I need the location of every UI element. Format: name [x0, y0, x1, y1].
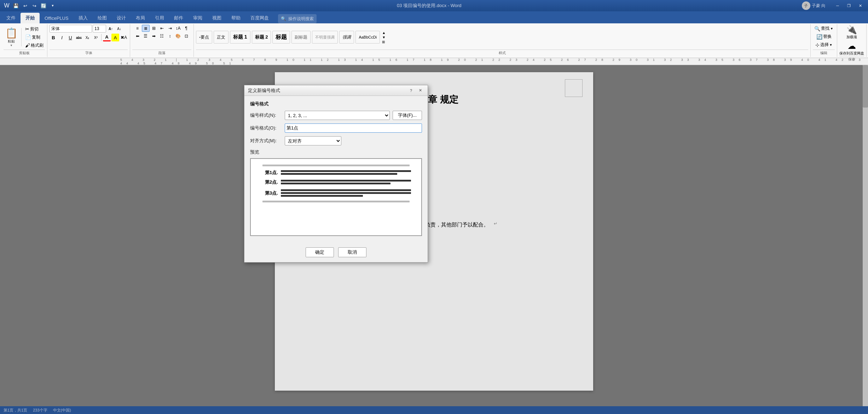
window-title: 03 项目编号的使用.docx - Word: [57, 2, 802, 9]
border-btn[interactable]: ⊡: [183, 33, 190, 40]
tab-design[interactable]: 设计: [112, 13, 131, 23]
alignment-select[interactable]: 左对齐: [285, 136, 341, 145]
more-quick-btn[interactable]: ▼: [49, 2, 57, 10]
paragraph-label: 段落: [132, 50, 191, 56]
redo-btn[interactable]: ↪: [30, 2, 38, 10]
underline-btn[interactable]: U: [66, 34, 74, 41]
italic-btn[interactable]: I: [58, 34, 66, 41]
user-avatar[interactable]: 子: [802, 1, 810, 10]
font-name-input[interactable]: [50, 25, 92, 33]
alignment-row: 对齐方式(M): 左对齐: [250, 136, 422, 145]
close-btn[interactable]: ✕: [855, 2, 865, 10]
subscript-btn[interactable]: X₂: [83, 34, 91, 41]
addons-content: 🔌 加载项 ☁ 保存到百度网盘: [839, 25, 864, 56]
numbering-btn[interactable]: ≣: [142, 25, 150, 32]
styles-scroll[interactable]: ▲ ▼ ⊞: [381, 30, 386, 45]
paste-btn[interactable]: 📋 粘贴 ▼: [4, 28, 19, 46]
cut-btn[interactable]: ✂ 剪切: [24, 25, 45, 33]
style-biaoti[interactable]: 标题: [272, 31, 290, 44]
style-fubiaoTi[interactable]: 副标题: [291, 31, 311, 44]
dialog-help-btn[interactable]: ?: [407, 87, 415, 94]
ok-btn[interactable]: 确定: [306, 247, 334, 257]
style-bumingque[interactable]: 不明显强调: [312, 31, 338, 44]
tab-references[interactable]: 引用: [150, 13, 169, 23]
ruler-marks: 5 4 3 2 1 | 1 2 3 4 5 6 7 8 9 10 11 12 1…: [120, 58, 868, 65]
decrease-font-btn[interactable]: A↓: [115, 25, 123, 33]
tab-home[interactable]: 开始: [21, 13, 40, 23]
increase-font-btn[interactable]: A↑: [107, 25, 115, 33]
preview-label-1: 第1点.: [265, 169, 278, 176]
list-row: ≡ ≣ ⊞ ⇤ ⇥ ↕A ¶: [134, 25, 190, 32]
styles-group: • 要点 正文 标题 1 标题 2 标题 副标题: [194, 24, 811, 57]
strikethrough-btn[interactable]: abc: [75, 34, 83, 41]
tab-file[interactable]: 文件: [1, 13, 21, 23]
dialog-titlebar: 定义新编号格式 ? ✕: [244, 85, 428, 96]
format-painter-btn[interactable]: 🖌 格式刷: [24, 42, 45, 49]
tab-review[interactable]: 审阅: [188, 13, 207, 23]
preview-box: 第1点. 第2点. 第3点.: [250, 158, 422, 236]
preview-label: 预览: [250, 149, 422, 155]
tab-layout[interactable]: 布局: [131, 13, 150, 23]
save-baidu-btn[interactable]: ☁ 保存到百度网盘: [839, 41, 864, 56]
font-color-btn[interactable]: A: [103, 34, 111, 41]
bold-btn[interactable]: B: [50, 34, 57, 41]
ribbon: 📋 粘贴 ▼ ✂ 剪切 📄 复制 🖌 格式刷 剪: [0, 23, 868, 58]
line-spacing-btn[interactable]: ↕: [166, 33, 174, 40]
style-last[interactable]: AaBbCcDi: [355, 31, 380, 44]
save-quick-btn[interactable]: 💾: [12, 2, 20, 10]
increase-indent-btn[interactable]: ⇥: [166, 25, 174, 32]
tab-insert[interactable]: 插入: [74, 13, 93, 23]
minimize-btn[interactable]: ─: [833, 2, 843, 10]
tab-help[interactable]: 帮助: [226, 13, 245, 23]
find-btn[interactable]: 🔍 查找 ▼: [813, 25, 835, 32]
preview-label-2: 第2点.: [265, 179, 278, 185]
tab-officeplus[interactable]: OfficePLUS: [40, 13, 74, 23]
restore-btn[interactable]: ❐: [844, 2, 854, 10]
superscript-btn[interactable]: X²: [92, 34, 100, 41]
tab-mail[interactable]: 邮件: [169, 13, 188, 23]
dialog-section-title: 编号格式: [250, 101, 422, 107]
style-yaodian[interactable]: • 要点: [196, 31, 212, 44]
align-right-btn[interactable]: ➡: [150, 33, 158, 40]
style-zhengwen[interactable]: 正文: [214, 31, 228, 44]
auto-save-btn[interactable]: 🔄: [40, 2, 47, 10]
styles-expand-btn[interactable]: ⊞: [382, 40, 386, 44]
cancel-btn[interactable]: 取消: [338, 247, 366, 257]
select-btn[interactable]: ⊹ 选择 ▼: [814, 41, 834, 48]
multilevel-btn[interactable]: ⊞: [150, 25, 158, 32]
preview-top-line: [262, 165, 410, 166]
tab-baiduwang[interactable]: 百度网盘: [245, 13, 274, 23]
add-item-btn[interactable]: 🔌 加载项: [846, 25, 857, 40]
numbering-style-select[interactable]: 1, 2, 3, ...: [285, 111, 390, 120]
font-size-input[interactable]: [93, 25, 106, 33]
undo-btn[interactable]: ↩: [21, 2, 29, 10]
font-btn[interactable]: 字体(F)...: [393, 111, 422, 120]
highlight-btn[interactable]: A: [111, 34, 119, 41]
format-row: 编号格式(O):: [250, 123, 422, 133]
tab-view[interactable]: 视图: [207, 13, 226, 23]
decrease-indent-btn[interactable]: ⇤: [158, 25, 166, 32]
dialog-close-btn[interactable]: ✕: [416, 87, 424, 94]
search-box[interactable]: 🔍 操作说明搜索: [278, 14, 317, 23]
tab-draw[interactable]: 绘图: [93, 13, 112, 23]
shading-btn[interactable]: 🎨: [174, 33, 182, 40]
style-qiangdiao[interactable]: 强调: [339, 31, 354, 44]
format-input[interactable]: [285, 123, 422, 133]
justify-btn[interactable]: ☷: [158, 33, 166, 40]
clear-format-btn[interactable]: ✖A: [120, 34, 128, 41]
align-center-btn[interactable]: ☰: [142, 33, 150, 40]
editing-group: 🔍 查找 ▼ 🔄 替换 ⊹ 选择 ▼ 编辑: [811, 24, 837, 57]
preview-item-1: 第1点.: [265, 169, 418, 176]
show-marks-btn[interactable]: ¶: [183, 25, 190, 32]
styles-up-btn[interactable]: ▲: [382, 31, 386, 35]
styles-down-btn[interactable]: ▼: [382, 35, 386, 39]
replace-btn[interactable]: 🔄 替换: [815, 33, 833, 40]
style-biaoti1[interactable]: 标题 1: [230, 31, 250, 44]
numbering-style-row: 编号样式(N): 1, 2, 3, ... 字体(F)...: [250, 111, 422, 120]
bullets-btn[interactable]: ≡: [134, 25, 141, 32]
style-biaoti2[interactable]: 标题 2: [252, 31, 271, 44]
copy-btn[interactable]: 📄 复制: [24, 34, 45, 41]
search-icon: 🔍: [281, 16, 286, 21]
align-left-btn[interactable]: ⬅: [134, 33, 141, 40]
sort-btn[interactable]: ↕A: [174, 25, 182, 32]
